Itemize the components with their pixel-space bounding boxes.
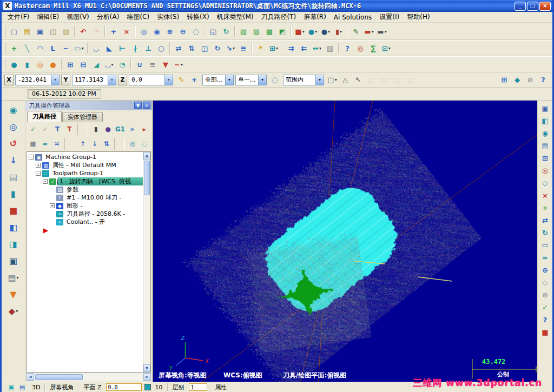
quick-mask-shield[interactable]: ◆ [511,74,523,86]
tree-vertical-scrollbar[interactable]: ▲ ▼ [143,152,150,372]
create-rectangle[interactable]: ▭ [73,42,85,54]
tree-expander[interactable]: + [36,163,41,168]
graphics-viewport[interactable]: Z X Y 屏幕视角:等视图 WCS:俯视图 刀具/绘图平面:俯视图 43.47… [153,101,537,382]
rt-plus-circle[interactable]: ⊕ [539,264,552,276]
gview-iso[interactable]: ◩ [276,25,288,37]
stats[interactable]: ∑ [367,42,379,54]
toolbar-grip[interactable] [4,59,5,70]
mru-revolve[interactable]: ◨ [5,237,22,251]
menu-ai-solutions[interactable]: Ai Solutions [330,12,376,22]
analyze-dynamic[interactable]: ◎ [354,42,366,54]
toggle-toolpath-display[interactable]: ≈ [39,138,50,150]
toolbar-grip[interactable] [4,43,5,54]
redo[interactable]: ↷ [90,25,102,37]
solid-torus[interactable]: ◎ [34,58,46,70]
mask-group[interactable]: ◻ [391,74,403,86]
toggle-rapid-display[interactable]: ≍ [51,138,62,150]
tab-solids-manager[interactable]: 实体管理器 [62,112,103,122]
menu-solids[interactable]: 实体(S) [153,11,183,23]
tree-toolpath-group[interactable]: - ∷ Toolpath Group-1 [27,169,143,177]
dropdown-arrow-icon[interactable]: ▾ [315,75,324,85]
tree-expander[interactable]: + [50,203,55,208]
scrollbar-thumb[interactable] [144,161,150,195]
solid-boolean[interactable]: ∪ [134,58,146,70]
tree-operation-1[interactable]: - ✓ 1 - 旋转四轴 - [WCS: 俯视 [27,177,143,185]
mru-analyze-distance[interactable]: ◉ [5,103,22,117]
delete-entities[interactable]: + [108,25,120,37]
attr-color[interactable]: ▬ [363,25,375,37]
zoom-window[interactable]: ◎ [138,25,150,37]
planes[interactable]: ■ [294,25,306,37]
tree-properties[interactable]: + ▥ 属性 - Mill Default MM [27,161,143,169]
backplot[interactable]: ▮ [90,123,101,135]
scrollbar-thumb[interactable] [35,374,83,380]
rt-check[interactable]: ✓ [539,301,552,313]
mru-cylinder[interactable]: ▮ [5,187,22,201]
mask-result[interactable]: ◻ [404,74,416,86]
high-speed[interactable]: ▸ [139,123,150,135]
only-display-selected[interactable]: ◎ [127,138,138,150]
selection-all-select[interactable]: 全部...▾ [202,75,234,85]
save-file[interactable]: ▣ [34,25,46,37]
mask-depth[interactable]: ◻ [378,74,390,86]
tree-expander[interactable]: - [29,155,34,160]
surface-draft[interactable]: ◢ [90,58,102,70]
close-arc[interactable]: ○ [155,42,167,54]
surface-net[interactable]: ⊞ [64,58,76,70]
rt-target[interactable]: ◎ [539,164,552,176]
x-coordinate-input[interactable]: -232.041▾ [15,75,60,85]
solid-history[interactable]: ≡ [147,58,159,70]
close-button[interactable]: × [539,2,551,11]
mru-paste[interactable]: ↓ [5,153,22,168]
scroll-down-icon[interactable]: ▼ [143,364,150,372]
attributes-pencil[interactable]: ✎ [350,25,362,37]
select-last[interactable]: ◌ [269,74,281,86]
xform-scale[interactable]: ↘ [225,42,236,54]
cursor-tracking[interactable]: + [188,74,200,86]
tree-coolant[interactable]: ≈ Coolant.. - 开 [27,218,143,226]
status-level-input[interactable]: 1 [189,383,207,391]
menu-settings[interactable]: 设置(I) [375,11,403,23]
rt-help[interactable]: ? [539,314,552,325]
tree-horizontal-scrollbar[interactable]: ◄ ► [27,373,151,381]
gview-named[interactable]: ⊞ [268,42,280,54]
surface-fillet[interactable]: ◡ [103,58,115,70]
status-gview[interactable]: 屏幕视角 [48,383,75,391]
clear-selection[interactable]: ⊘ [524,74,536,86]
create-letters[interactable]: L [47,42,59,54]
tree-machine-group[interactable]: - ▣ Machine Group-1 [27,153,143,161]
trim-break[interactable]: ⊢ [116,42,128,54]
dropdown-arrow-icon[interactable]: ▾ [164,75,173,85]
restore-button[interactable]: □ [527,2,538,11]
dropdown-arrow-icon[interactable]: ▾ [258,75,266,85]
toolbar-grip[interactable] [4,26,5,37]
g1-code[interactable]: G1 [115,123,126,135]
regen-selected[interactable]: T [52,123,63,135]
menu-screen[interactable]: 屏幕(R) [300,11,330,23]
tree-insert-arrow[interactable]: ▶ [27,226,143,234]
quick-mask-all[interactable]: ⊞ [498,74,510,86]
menu-machine-type[interactable]: 机床类型(M) [213,11,258,23]
zoom-target[interactable]: ◉ [151,25,163,37]
menu-file[interactable]: 文件(F) [4,11,33,23]
tree-geometry[interactable]: + ◆ 图形 - [27,202,143,210]
mru-undo-arc[interactable]: ↺ [5,136,22,151]
mru-extrude[interactable]: ◧ [5,220,22,235]
y-axis-label[interactable]: Y [61,75,70,85]
dropdown-arrow-icon[interactable]: ▾ [225,75,233,85]
create-spline[interactable]: ∼ [60,42,72,54]
rt-grid[interactable]: ⊞ [539,152,552,164]
rt-shaded[interactable]: ◉ [539,127,552,139]
xform-mirror[interactable]: ◫ [199,42,210,54]
mru-block[interactable]: ■ [5,203,22,218]
undelete-entities[interactable]: × [121,25,133,37]
create-line[interactable]: ╲ [21,42,33,54]
chamfer-entities[interactable]: ◣ [103,42,115,54]
analyze-entity[interactable]: ? [341,42,353,54]
rt-stop[interactable]: ■ [539,326,552,338]
status-color-number[interactable]: 10 [154,384,164,391]
undo[interactable]: ↶ [77,25,89,37]
menu-xform[interactable]: 转换(X) [183,11,213,23]
dropdown-arrow-icon[interactable]: ▾ [51,75,59,85]
dynamic-zoom[interactable]: ◌ [190,25,202,37]
